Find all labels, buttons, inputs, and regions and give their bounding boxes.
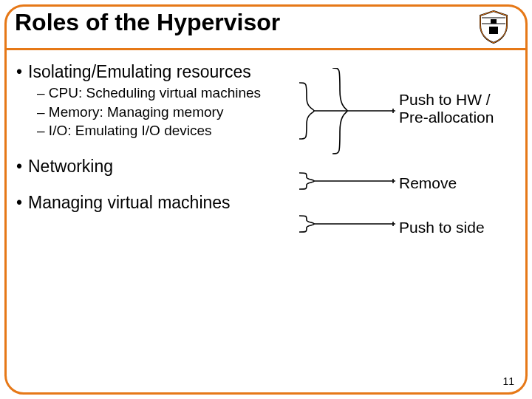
page-title: Roles of the Hypervisor [15, 9, 280, 36]
annotation-label: Push to HW / Pre-allocation [399, 91, 494, 126]
sub-io: – I/O: Emulating I/O devices [37, 121, 327, 140]
bullet-label: Networking [28, 157, 113, 176]
annotation-label: Remove [399, 174, 457, 191]
bullet-managing-vms: •Managing virtual machines [16, 193, 327, 213]
crest-icon [476, 9, 511, 44]
annotation-label: Push to side [399, 219, 485, 236]
svg-rect-0 [489, 27, 498, 34]
annotation-remove: Remove [399, 174, 457, 192]
title-separator [7, 48, 525, 50]
sub-memory: – Memory: Managing memory [37, 103, 327, 122]
bullet-label: Managing virtual machines [28, 193, 231, 212]
brace-icon [288, 213, 399, 235]
bullet-networking: •Networking [16, 157, 327, 177]
page-number: 11 [502, 375, 514, 387]
content-column: •Isolating/Emulating resources – CPU: Sc… [16, 58, 327, 214]
sub-label: CPU: Scheduling virtual machines [49, 85, 261, 100]
sub-label: I/O: Emulating I/O devices [49, 123, 212, 138]
annotation-push-hw: Push to HW / Pre-allocation [399, 91, 494, 126]
slide: Roles of the Hypervisor •Isolating/Emula… [0, 0, 532, 399]
svg-rect-1 [491, 19, 497, 24]
sub-cpu: – CPU: Scheduling virtual machines [37, 83, 327, 103]
sub-label: Memory: Managing memory [49, 104, 224, 120]
bullet-label: Isolating/Emulating resources [28, 62, 251, 81]
annotation-push-side: Push to side [399, 219, 485, 236]
bullet-isolating: •Isolating/Emulating resources [16, 62, 327, 82]
